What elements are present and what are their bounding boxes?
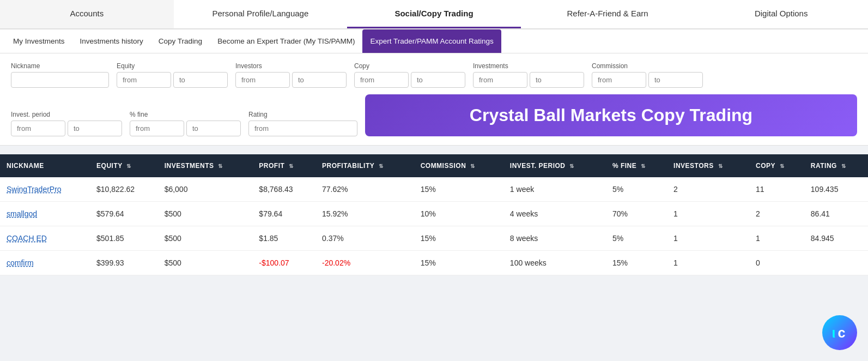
col-header-nickname[interactable]: NICKNAME <box>0 154 90 177</box>
filter-equity: Equity <box>117 62 228 88</box>
filter-investors-label: Investors <box>235 62 347 70</box>
filter-copy-to[interactable] <box>411 72 465 88</box>
cell-profit: $79.64 <box>252 202 315 226</box>
sort-arrows-investments: ⇅ <box>218 163 223 169</box>
col-header-profit[interactable]: PROFIT ⇅ <box>252 154 315 177</box>
nav-social-copy-trading[interactable]: Social/Copy Trading <box>347 0 521 28</box>
cell-rating: 109.435 <box>804 177 868 202</box>
filter-pct-fine: % fine <box>130 111 241 136</box>
filter-equity-from[interactable] <box>117 72 171 88</box>
col-header-invest-period[interactable]: INVEST. PERIOD ⇅ <box>503 154 606 177</box>
col-header-copy[interactable]: COPY ⇅ <box>749 154 804 177</box>
cell-nickname: COACH ED <box>0 226 90 251</box>
cell-investors: 1 <box>667 226 749 251</box>
filter-row-2: Invest. period % fine Rating <box>11 94 857 136</box>
filter-invest-period-to[interactable] <box>68 121 122 136</box>
col-header-commission[interactable]: COMMISSION ⇅ <box>414 154 503 177</box>
trader-link[interactable]: COACH ED <box>7 234 47 243</box>
cell-pct_fine: 5% <box>606 226 667 251</box>
filter-rating-label: Rating <box>248 111 357 118</box>
filter-rating-from[interactable] <box>248 121 357 136</box>
col-header-investors[interactable]: INVESTORS ⇅ <box>667 154 749 177</box>
col-header-rating[interactable]: RATING ⇅ <box>804 154 868 177</box>
col-header-pct-fine[interactable]: % FINE ⇅ <box>606 154 667 177</box>
filter-investments-from[interactable] <box>473 72 527 88</box>
filter-investors-to[interactable] <box>292 72 347 88</box>
filter-copy-from[interactable] <box>354 72 409 88</box>
subnav-my-investments[interactable]: My Investments <box>5 29 72 53</box>
subnav-become-expert[interactable]: Become an Expert Trader (My TIS/PAMM) <box>210 29 362 53</box>
sort-arrows-profitability: ⇅ <box>379 163 384 169</box>
trader-link[interactable]: smallgod <box>7 209 37 218</box>
cell-invest_period: 100 weeks <box>503 251 606 275</box>
table-row: COACH ED$501.85$500$1.850.37%15%8 weeks5… <box>0 226 868 251</box>
cell-equity: $579.64 <box>90 202 158 226</box>
cell-rating: 86.41 <box>804 202 868 226</box>
cell-pct_fine: 70% <box>606 202 667 226</box>
filter-invest-period-label: Invest. period <box>11 111 122 118</box>
top-nav: Accounts Personal Profile/Language Socia… <box>0 0 868 29</box>
filter-investors-from[interactable] <box>235 72 290 88</box>
trader-link[interactable]: SwingTraderPro <box>7 185 62 194</box>
cell-invest_period: 4 weeks <box>503 202 606 226</box>
filter-equity-label: Equity <box>117 62 228 70</box>
col-header-profitability[interactable]: PROFITABILITY ⇅ <box>315 154 414 177</box>
filter-row-1: Nickname Equity Investors Copy <box>11 62 857 88</box>
table-header-row: NICKNAME EQUITY ⇅ INVESTMENTS ⇅ PROFIT ⇅ <box>0 154 868 177</box>
cell-rating: 84.945 <box>804 226 868 251</box>
filter-investments: Investments <box>473 62 584 88</box>
filter-pct-fine-to[interactable] <box>186 121 241 136</box>
filter-pct-fine-label: % fine <box>130 111 241 118</box>
cell-invest_period: 8 weeks <box>503 226 606 251</box>
subnav-copy-trading[interactable]: Copy Trading <box>151 29 210 53</box>
cell-profit: $8,768.43 <box>252 177 315 202</box>
nav-accounts[interactable]: Accounts <box>0 0 174 28</box>
table-row: smallgod$579.64$500$79.6415.92%10%4 week… <box>0 202 868 226</box>
col-header-equity[interactable]: EQUITY ⇅ <box>90 154 158 177</box>
subnav-expert-trader-ratings[interactable]: Expert Trader/PAMM Account Ratings <box>362 29 501 53</box>
filter-commission: Commission <box>592 62 703 88</box>
filter-pct-fine-from[interactable] <box>130 121 184 136</box>
cell-invest_period: 1 week <box>503 177 606 202</box>
cell-profit: $1.85 <box>252 226 315 251</box>
nav-personal-profile[interactable]: Personal Profile/Language <box>174 0 348 28</box>
filter-investments-label: Investments <box>473 62 584 70</box>
filter-investments-to[interactable] <box>530 72 584 88</box>
filter-equity-to[interactable] <box>173 72 228 88</box>
subnav-investments-history[interactable]: Investments history <box>72 29 151 53</box>
filter-rating: Rating <box>248 111 357 136</box>
cell-rating <box>804 251 868 275</box>
sort-arrows-equity: ⇅ <box>126 163 131 169</box>
cell-investors: 1 <box>667 251 749 275</box>
filter-investors: Investors <box>235 62 347 88</box>
cell-commission: 15% <box>414 226 503 251</box>
nav-refer-a-friend[interactable]: Refer-A-Friend & Earn <box>521 0 695 28</box>
traders-table-container: NICKNAME EQUITY ⇅ INVESTMENTS ⇅ PROFIT ⇅ <box>0 154 868 275</box>
sort-arrows-commission: ⇅ <box>470 163 475 169</box>
cell-investors: 1 <box>667 202 749 226</box>
cell-nickname: SwingTraderPro <box>0 177 90 202</box>
cell-profitability: 0.37% <box>315 226 414 251</box>
cell-profit: -$100.07 <box>252 251 315 275</box>
cell-investments: $6,000 <box>158 177 253 202</box>
sort-arrows-rating: ⇅ <box>841 163 846 169</box>
cell-pct_fine: 15% <box>606 251 667 275</box>
col-header-investments[interactable]: INVESTMENTS ⇅ <box>158 154 253 177</box>
sub-nav: My Investments Investments history Copy … <box>0 29 868 53</box>
filter-nickname-input[interactable] <box>11 72 109 88</box>
nav-digital-options[interactable]: Digital Options <box>694 0 868 28</box>
cell-investments: $500 <box>158 226 253 251</box>
cell-profitability: 77.62% <box>315 177 414 202</box>
filter-copy-label: Copy <box>354 62 465 70</box>
sort-arrows-investors: ⇅ <box>718 163 723 169</box>
filter-commission-from[interactable] <box>592 72 646 88</box>
sort-arrows-copy: ⇅ <box>780 163 785 169</box>
filter-commission-to[interactable] <box>648 72 703 88</box>
cell-copy: 2 <box>749 202 804 226</box>
trader-link[interactable]: comfirm <box>7 258 34 267</box>
table-body: SwingTraderPro$10,822.62$6,000$8,768.437… <box>0 177 868 275</box>
filter-invest-period-from[interactable] <box>11 121 65 136</box>
sort-arrows-pct-fine: ⇅ <box>641 163 646 169</box>
cell-nickname: comfirm <box>0 251 90 275</box>
banner-text: Crystal Ball Markets Copy Trading <box>470 105 752 125</box>
